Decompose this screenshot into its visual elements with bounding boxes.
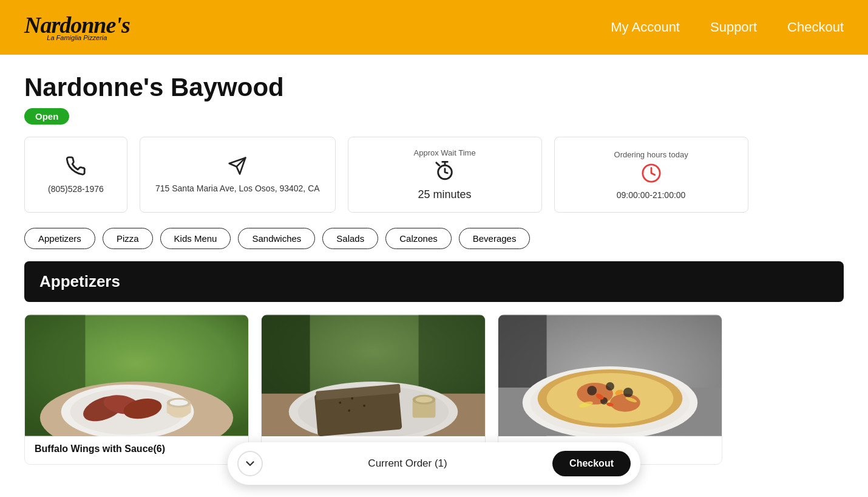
food-card-name-1: Buffalo Wings with Sauce(6)	[35, 444, 239, 454]
section-header: Appetizers	[24, 261, 844, 302]
phone-card: (805)528-1976	[24, 137, 127, 213]
food-card-1[interactable]: Buffalo Wings with Sauce(6)	[24, 314, 249, 465]
svg-point-42	[623, 388, 633, 397]
checkout-link[interactable]: Checkout	[787, 19, 844, 35]
address-text: 715 Santa Maria Ave, Los Osos, 93402, CA	[155, 183, 320, 193]
svg-point-30	[416, 397, 433, 403]
clock-icon	[641, 163, 662, 188]
svg-point-25	[351, 397, 353, 400]
category-pill-sandwiches[interactable]: Sandwiches	[238, 228, 315, 249]
category-pills: Appetizers Pizza Kids Menu Sandwiches Sa…	[24, 228, 844, 249]
wait-minutes: 25 minutes	[418, 188, 472, 201]
info-cards-row: (805)528-1976 715 Santa Maria Ave, Los O…	[24, 137, 844, 213]
address-card: 715 Santa Maria Ave, Los Osos, 93402, CA	[140, 137, 336, 213]
logo: Nardonne's La Famiglia Pizzeria	[24, 13, 130, 41]
category-pill-beverages[interactable]: Beverages	[459, 228, 531, 249]
category-pill-kids-menu[interactable]: Kids Menu	[160, 228, 231, 249]
svg-point-24	[339, 402, 341, 404]
phone-number: (805)528-1976	[48, 184, 104, 194]
hours-card: Ordering hours today 09:00:00-21:00:00	[554, 137, 748, 213]
food-image-wings	[25, 315, 248, 436]
support-link[interactable]: Support	[710, 19, 757, 35]
order-bar: Current Order (1) Checkout	[228, 442, 640, 483]
location-icon	[228, 156, 247, 180]
current-order-text: Current Order (1)	[368, 458, 447, 470]
order-checkout-button[interactable]: Checkout	[552, 451, 631, 476]
logo-text: Nardonne's	[24, 13, 130, 36]
svg-point-40	[587, 386, 597, 396]
wait-time-card: Approx Wait Time 25 minutes	[348, 137, 542, 213]
site-header: Nardonne's La Famiglia Pizzeria My Accou…	[0, 0, 868, 55]
category-pill-calzones[interactable]: Calzones	[385, 228, 452, 249]
open-status-badge: Open	[24, 108, 69, 125]
category-pill-pizza[interactable]: Pizza	[103, 228, 153, 249]
timer-icon	[435, 161, 455, 186]
my-account-link[interactable]: My Account	[611, 19, 680, 35]
svg-point-26	[363, 405, 365, 407]
main-nav: My Account Support Checkout	[611, 19, 844, 35]
svg-point-39	[610, 394, 640, 412]
svg-point-41	[606, 382, 614, 391]
hours-value: 09:00:00-21:00:00	[617, 190, 686, 200]
food-image-bread	[262, 315, 485, 436]
food-image-pizza	[498, 315, 722, 436]
expand-order-button[interactable]	[237, 451, 263, 476]
hours-label: Ordering hours today	[614, 150, 688, 159]
category-pill-salads[interactable]: Salads	[322, 228, 378, 249]
phone-icon	[66, 156, 86, 180]
restaurant-name: Nardonne's Baywood	[24, 73, 844, 102]
svg-point-15	[170, 400, 188, 406]
wait-label: Approx Wait Time	[414, 148, 476, 157]
main-content: Nardonne's Baywood Open (805)528-1976 71…	[0, 55, 868, 483]
svg-point-27	[348, 410, 350, 412]
category-pill-appetizers[interactable]: Appetizers	[24, 228, 95, 249]
food-card-body-1: Buffalo Wings with Sauce(6)	[25, 436, 248, 464]
